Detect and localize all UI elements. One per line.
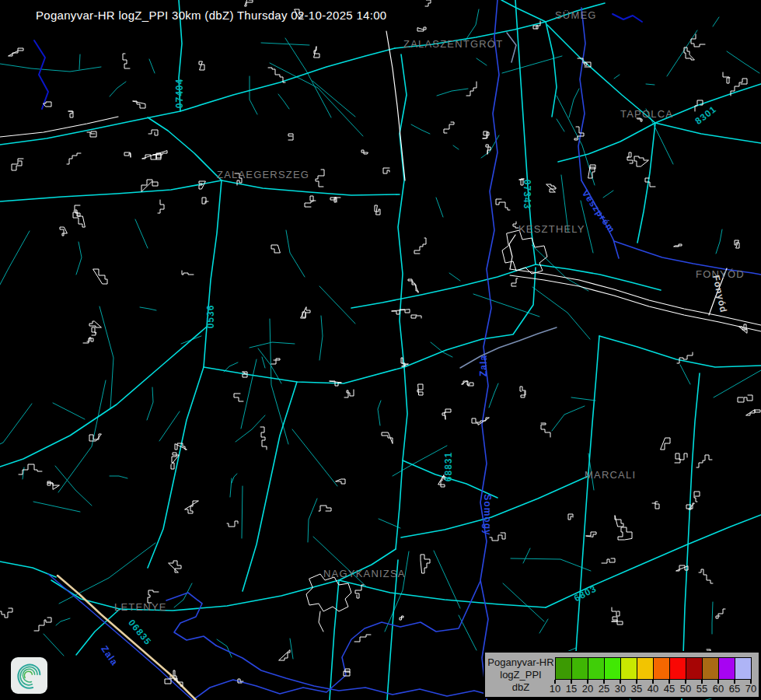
legend-station-label: Poganyvar-HR xyxy=(487,656,555,668)
legend-tick-label: 25 xyxy=(599,683,609,695)
legend-tick-label: 15 xyxy=(566,683,577,695)
legend-tick-label: 45 xyxy=(664,683,675,695)
settlements-layer xyxy=(0,0,760,695)
legend-product-label: logZ_PPI xyxy=(487,669,555,681)
city-label: NAGYKANIZSA xyxy=(323,568,406,579)
radar-echo-layer xyxy=(361,355,375,370)
motorway-layer xyxy=(58,576,196,700)
legend-cell xyxy=(718,657,735,680)
radar-echo-cell xyxy=(361,355,375,370)
rivers-layer xyxy=(34,0,761,700)
legend-tick-label: 65 xyxy=(729,683,740,695)
legend-tick-label: 60 xyxy=(713,683,724,695)
road-label: 68831 xyxy=(443,452,454,481)
legend-tick-label: 40 xyxy=(648,683,658,695)
city-label: KESZTHELY xyxy=(518,223,585,235)
road-label: Zala xyxy=(478,355,489,376)
legend-tick-label: 10 xyxy=(550,683,560,695)
legend-tick-label: 70 xyxy=(745,683,756,695)
legend-cell xyxy=(571,657,588,680)
legend-cell xyxy=(620,657,637,680)
legend-tick-label: 35 xyxy=(631,683,642,695)
city-label: ZALAEGERSZEG xyxy=(217,169,309,180)
legend-tick-label: 50 xyxy=(680,683,691,695)
map-canvas xyxy=(0,0,761,700)
city-label: LETENYE xyxy=(114,601,167,613)
radar-legend: Poganyvar-HR logZ_PPI dbZ 10152025303540… xyxy=(483,651,760,698)
legend-cell xyxy=(637,657,654,680)
spiral-icon xyxy=(14,660,45,691)
roads-layer xyxy=(0,0,761,700)
legend-cell xyxy=(588,657,605,680)
legend-tick-label: 55 xyxy=(696,683,707,695)
legend-cell xyxy=(735,657,752,680)
city-label: TAPOLCA xyxy=(620,108,673,120)
radar-map-view: SÜMEGZALASZENTGRÓTTAPOLCAZALAEGERSZEGKES… xyxy=(0,0,761,700)
legend-unit-label: dbZ xyxy=(487,681,555,693)
city-label: ZALASZENTGRÓT xyxy=(403,38,503,50)
city-label: SÜMEG xyxy=(555,9,597,21)
road-label: Somogy xyxy=(482,494,493,535)
legend-cell xyxy=(702,657,719,680)
legend-cell xyxy=(669,657,686,680)
weather-app-logo xyxy=(11,657,47,694)
road-label: 07404 xyxy=(174,79,185,108)
radar-title: Poganyvar-HR logZ_PPI 30km (dbZ) Thursda… xyxy=(36,9,387,22)
city-label: MARCALI xyxy=(585,469,636,481)
legend-cell xyxy=(686,657,703,680)
legend-cell xyxy=(604,657,621,680)
legend-tick-label: 20 xyxy=(582,683,593,695)
road-label: 0536 xyxy=(205,305,216,329)
legend-cell xyxy=(653,657,670,680)
road-label: 07343 xyxy=(522,180,532,209)
legend-cell xyxy=(555,657,572,680)
legend-tick-label: 30 xyxy=(615,683,626,695)
